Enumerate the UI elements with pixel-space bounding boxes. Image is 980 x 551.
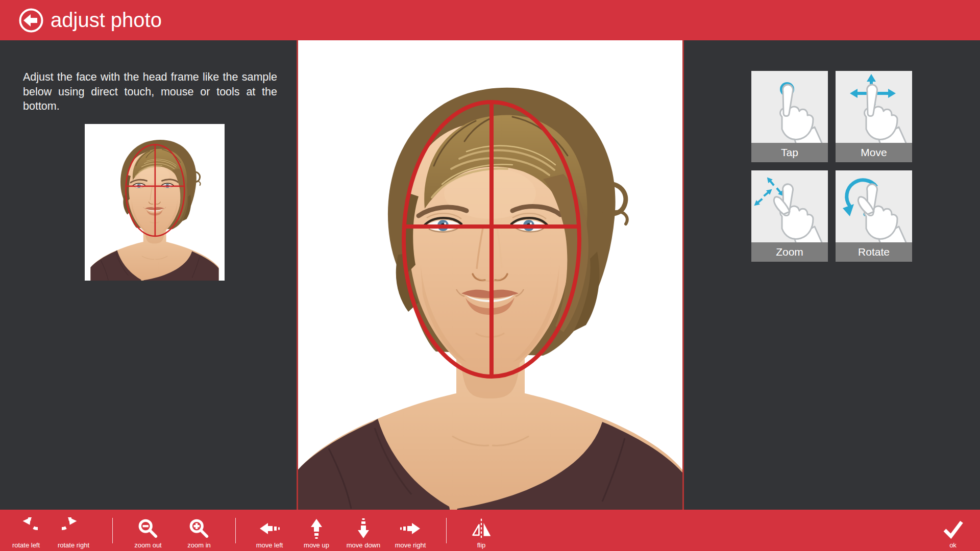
right-panel: Tap Move [684, 40, 980, 510]
gesture-tile-tap: Tap [751, 71, 828, 162]
zoom-in-icon [188, 517, 210, 540]
zoom-out-button[interactable]: zoom out [122, 512, 174, 549]
move-down-label: move down [347, 541, 380, 549]
zoom-in-label: zoom in [187, 541, 211, 549]
move-up-icon [305, 517, 328, 540]
move-right-icon [399, 517, 422, 540]
gesture-tile-label: Tap [751, 143, 828, 162]
rotate-left-button[interactable]: rotate left [3, 512, 49, 549]
photo-canvas[interactable] [297, 40, 684, 510]
rotate-gesture-icon [836, 170, 912, 242]
move-left-label: move left [256, 541, 283, 549]
rotate-right-icon [62, 517, 85, 540]
main-area: Adjust the face with the head frame like… [0, 40, 980, 510]
move-left-button[interactable]: move left [246, 512, 293, 549]
portrait-with-head-frame [298, 40, 682, 510]
move-down-icon [352, 517, 375, 540]
gesture-legend: Tap Move [751, 71, 912, 262]
move-right-label: move right [395, 541, 426, 549]
move-right-button[interactable]: move right [387, 512, 434, 549]
ok-check-icon [942, 517, 964, 540]
toolbar-divider [235, 518, 236, 543]
toolbar-divider [446, 518, 447, 543]
app-header: adjust photo [0, 0, 980, 40]
move-gesture-icon [836, 71, 912, 143]
sample-thumbnail [85, 124, 225, 281]
rotate-right-label: rotate right [58, 541, 89, 549]
bottom-toolbar: rotate left rotate right zoom out zoom i… [0, 510, 980, 551]
ok-button[interactable]: ok [930, 512, 976, 549]
ok-label: ok [949, 541, 957, 549]
rotate-left-label: rotate left [12, 541, 40, 549]
gesture-tile-label: Move [836, 143, 912, 162]
sample-portrait-image [85, 124, 225, 281]
left-panel: Adjust the face with the head frame like… [0, 40, 297, 510]
flip-button[interactable]: flip [458, 512, 505, 549]
zoom-out-icon [137, 517, 159, 540]
flip-label: flip [477, 541, 486, 549]
move-up-button[interactable]: move up [293, 512, 340, 549]
gesture-tile-move: Move [836, 71, 912, 162]
rotate-right-button[interactable]: rotate right [49, 512, 98, 549]
gesture-tile-zoom: Zoom [751, 170, 828, 262]
back-arrow-icon [19, 8, 43, 33]
gesture-tile-label: Zoom [751, 242, 828, 262]
zoom-gesture-icon [751, 170, 828, 242]
rotate-left-icon [14, 517, 38, 540]
back-button[interactable] [19, 8, 43, 33]
toolbar-divider [112, 518, 113, 543]
page-title: adjust photo [51, 9, 162, 32]
gesture-tile-label: Rotate [836, 242, 912, 262]
move-up-label: move up [304, 541, 329, 549]
zoom-in-button[interactable]: zoom in [174, 512, 225, 549]
tap-gesture-icon [751, 71, 828, 143]
zoom-out-label: zoom out [134, 541, 161, 549]
move-left-icon [258, 517, 281, 540]
gesture-tile-rotate: Rotate [836, 170, 912, 262]
move-down-button[interactable]: move down [340, 512, 387, 549]
flip-icon [470, 517, 493, 540]
instruction-text: Adjust the face with the head frame like… [23, 70, 277, 114]
